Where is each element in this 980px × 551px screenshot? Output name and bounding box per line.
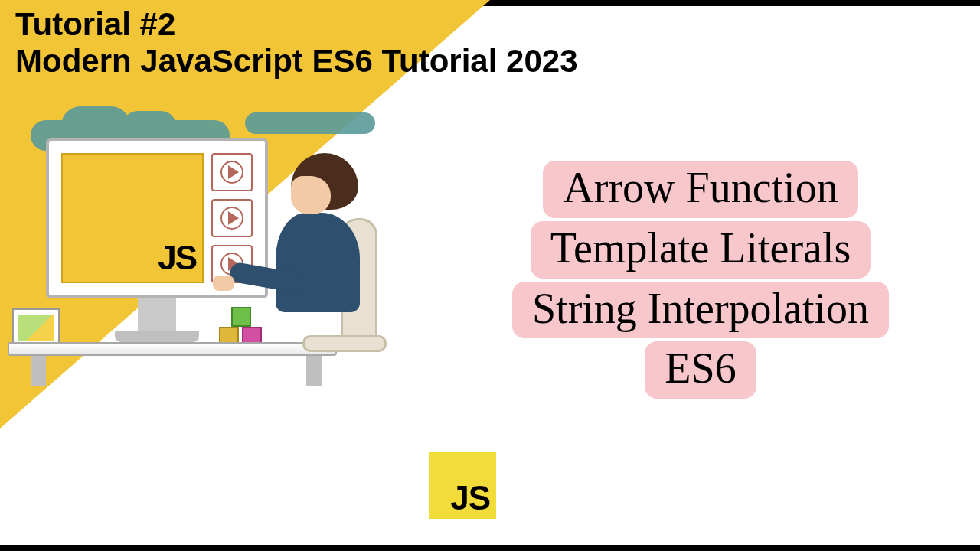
topic-pill: Template Literals (531, 221, 871, 279)
js-badge-label: JS (450, 479, 490, 517)
heading-block: Tutorial #2 Modern JavaScript ES6 Tutori… (15, 6, 578, 80)
play-icon (211, 153, 253, 191)
monitor-main-panel: JS (61, 153, 204, 283)
play-icon (211, 199, 253, 237)
topic-pill: String Interpolation (512, 282, 889, 339)
letterbox-bottom (0, 545, 980, 551)
desk-leg (31, 356, 46, 386)
js-badge: JS (429, 452, 496, 519)
chair-seat (302, 335, 387, 352)
heading-line-2: Modern JavaScript ES6 Tutorial 2023 (15, 43, 578, 80)
heading-line-1: Tutorial #2 (15, 6, 578, 43)
person-hand (213, 276, 234, 291)
screen-js-label: JS (158, 239, 196, 277)
person-face (291, 176, 331, 214)
photo-frame (12, 308, 60, 347)
desk-cube (231, 307, 251, 327)
person-figure (260, 153, 390, 383)
illustration-scene: JS (8, 111, 390, 386)
topic-pill: Arrow Function (543, 161, 858, 218)
monitor-stand (138, 298, 176, 333)
topics-list: Arrow Function Template Literals String … (452, 161, 949, 399)
monitor-stand-base (115, 331, 199, 342)
person-torso (276, 213, 360, 312)
topic-pill: ES6 (645, 341, 756, 399)
cloud-shape (245, 112, 375, 134)
